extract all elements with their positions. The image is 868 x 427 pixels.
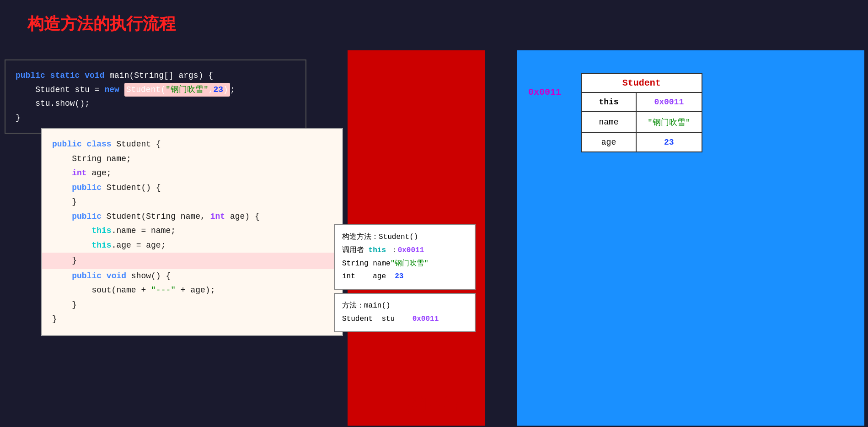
field-this: this [581,92,636,112]
object-table: Student this 0x0011 name "钢门吹雪" age 23 [581,73,702,152]
page-title: 构造方法的执行流程 [27,13,176,35]
code-line-3: stu.show(); [16,97,295,111]
main-frame-title: 方法：main() [342,299,467,313]
class-line-8: this.age = age; [52,238,332,253]
class-line-4: public Student() { [52,181,332,195]
constructor-stack-frame: 构造方法：Student() 调用者 this ：0x0011 String n… [334,224,476,290]
code-line-1: public static void main(String[] args) { [16,69,295,83]
main-frame-stu: Student stu 0x0011 [342,313,467,326]
heap-addr-label: 0x0011 [528,87,561,97]
class-line-9-highlight: } [42,253,342,269]
table-row-name: name "钢门吹雪" [581,112,702,133]
constructor-frame-this: 调用者 this ：0x0011 [342,244,467,257]
object-table-header: Student [581,74,702,92]
value-name: "钢门吹雪" [636,112,702,133]
code-panel-class: public class Student { String name; int … [41,128,343,336]
code-line-4: } [16,111,295,125]
class-line-2: String name; [52,152,332,167]
field-age: age [581,133,636,152]
table-row-this: this 0x0011 [581,92,702,112]
constructor-frame-title: 构造方法：Student() [342,231,467,244]
class-line-13: } [52,312,332,327]
class-line-5: } [52,195,332,210]
value-this: 0x0011 [636,92,702,112]
constructor-frame-age: int age 23 [342,270,467,283]
main-stack-frame: 方法：main() Student stu 0x0011 [334,293,476,332]
field-name: name [581,112,636,133]
class-line-1: public class Student { [52,137,332,152]
class-line-7: this.name = name; [52,224,332,238]
class-line-6: public Student(String name, int age) { [52,210,332,224]
code-panel-main: public static void main(String[] args) {… [5,59,306,134]
class-line-3: int age; [52,166,332,181]
class-line-11: sout(name + "---" + age); [52,283,332,298]
class-line-12: } [52,298,332,313]
class-line-10: public void show() { [52,269,332,284]
table-row-age: age 23 [581,133,702,152]
value-age: 23 [636,133,702,152]
constructor-frame-name: String name"钢门吹雪" [342,257,467,270]
code-line-2: Student stu = new Student("钢门吹雪",23); [16,83,295,97]
